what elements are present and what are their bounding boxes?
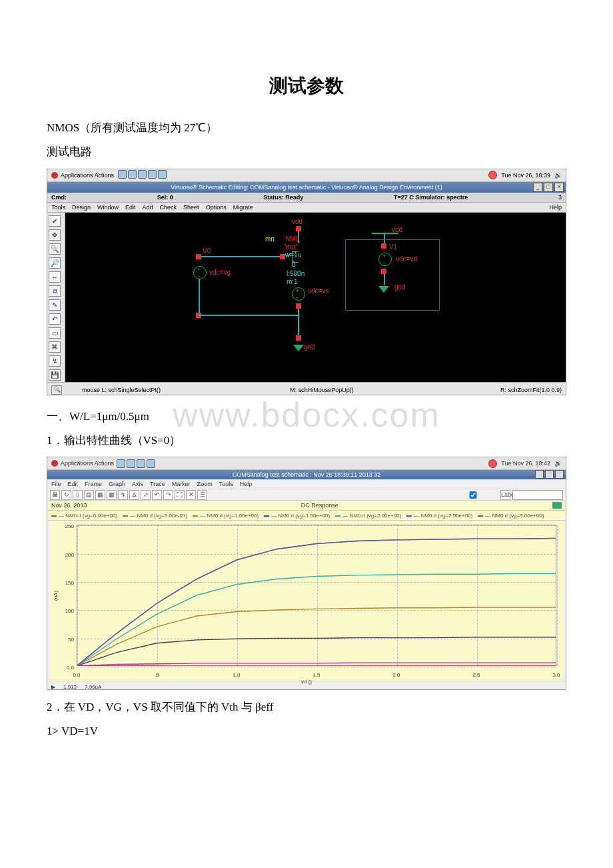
label-text: Label: <box>500 490 510 500</box>
menu-edit[interactable]: Edit <box>68 481 79 487</box>
alert-icon[interactable] <box>488 459 497 468</box>
tb-grid-icon[interactable]: ▦ <box>107 490 117 500</box>
volume-icon[interactable]: 🔊 <box>554 172 562 179</box>
tb-cursor-icon[interactable]: ↯ <box>118 490 128 500</box>
x-tick: 1.5 <box>312 672 320 678</box>
menu-design[interactable]: Design <box>72 204 91 211</box>
tool-stretch-icon[interactable]: ↔ <box>49 271 61 283</box>
line-nmos: NMOS（所有测试温度均为 27℃） <box>47 117 566 139</box>
menu-tools[interactable]: Tools <box>51 204 65 211</box>
tb-strip-icon[interactable]: ☰ <box>197 490 207 500</box>
tool-save-icon[interactable]: 💾 <box>49 369 61 381</box>
pin-vg[interactable] <box>196 254 201 259</box>
legend-item[interactable]: — NM0:d (vg=1.00e+00) <box>193 513 259 519</box>
pin-node[interactable] <box>296 303 301 309</box>
menu-sheet[interactable]: Sheet <box>183 204 199 211</box>
legend-item[interactable]: — NM0:d (vg=2.00e+00) <box>335 513 401 519</box>
legend-item[interactable]: — NM0:d (vg=0.00e+00) <box>51 513 117 519</box>
pin-gate[interactable] <box>280 254 285 259</box>
close-button[interactable]: × <box>554 183 564 192</box>
taskbar-icons[interactable] <box>117 459 155 468</box>
tool-copy-icon[interactable]: ⧉ <box>49 285 61 297</box>
tb-sep-icon[interactable]: ▯ <box>73 490 83 500</box>
tool-move-icon[interactable]: ✥ <box>49 229 61 241</box>
trace[interactable] <box>77 574 556 667</box>
apps-menu[interactable]: Applications Actions <box>61 172 114 179</box>
legend-item[interactable]: — NM0:d (vg=1.50e+00) <box>264 513 330 519</box>
tool-zoomin-icon[interactable]: 🔍 <box>49 243 61 255</box>
plot-date: Nov 26, 2013 <box>51 502 87 509</box>
menu-edit[interactable]: Edit <box>125 204 136 211</box>
menu-frame[interactable]: Frame <box>85 481 102 487</box>
plot-toolbar[interactable]: 🖶 ↻ ▯ ▤ ▦ ▦ ↯ Δ ⤢ ↶ ↷ ⛶ ✕ ☰ Label: <box>47 489 566 501</box>
tool-delete-icon[interactable]: ✎ <box>49 299 61 311</box>
trace[interactable] <box>77 663 556 666</box>
tb-undo-icon[interactable]: ↶ <box>152 490 162 500</box>
tb-delta-icon[interactable]: Δ <box>129 490 139 500</box>
schematic-canvas[interactable]: vdd mn NM0 "mn" w=1u 0 l:500n m:1 vdc=vs <box>65 213 566 382</box>
tool-route-icon[interactable]: ↯ <box>49 355 61 367</box>
plot-menu-bar[interactable]: File Edit Frame Graph Axis Trace Marker … <box>47 479 566 489</box>
min-button[interactable] <box>535 470 544 479</box>
vsource-vg[interactable] <box>193 266 207 279</box>
trace[interactable] <box>77 607 556 666</box>
tb-fit-icon[interactable]: ⛶ <box>175 490 185 500</box>
min-button[interactable]: _ <box>533 183 542 192</box>
tb-split-icon[interactable]: ▤ <box>84 490 94 500</box>
menu-zoom[interactable]: Zoom <box>197 481 213 487</box>
mouse-right: R: schZoomFit(1.0 0.9) <box>415 387 562 393</box>
menu-tools[interactable]: Tools <box>219 481 233 487</box>
tool-prop-icon[interactable]: ▭ <box>49 327 61 339</box>
pin-vdd[interactable] <box>296 226 301 231</box>
menu-bar[interactable]: Tools Design Window Edit Add Check Sheet… <box>47 203 566 213</box>
menu-help[interactable]: Help <box>240 481 253 487</box>
menu-migrate[interactable]: Migrate <box>233 204 253 211</box>
close-button[interactable] <box>555 470 564 479</box>
trace[interactable] <box>77 637 556 666</box>
taskbar-icons[interactable] <box>117 170 167 180</box>
max-button[interactable] <box>545 470 554 479</box>
menu-marker[interactable]: Marker <box>172 481 191 487</box>
tool-check-icon[interactable]: ✔ <box>49 215 61 227</box>
x-tick: 3.0 <box>552 672 560 678</box>
tb-print-icon[interactable]: 🖶 <box>50 490 60 500</box>
menu-graph[interactable]: Graph <box>109 481 125 487</box>
menu-window[interactable]: Window <box>97 204 119 211</box>
tool-palette[interactable]: ✔ ✥ 🔍 🔎 ↔ ⧉ ✎ ↶ ▭ ⌘ ↯ 💾 <box>47 213 65 382</box>
tb-x-icon[interactable]: ✕ <box>186 490 196 500</box>
label-checkbox[interactable] <box>450 491 496 499</box>
trace[interactable] <box>77 539 556 667</box>
tool-zoomout-icon[interactable]: 🔎 <box>49 257 61 269</box>
tool-undo-icon[interactable]: ↶ <box>49 313 61 325</box>
menu-axis[interactable]: Axis <box>132 481 143 487</box>
search-icon[interactable]: 🔍 <box>51 385 62 395</box>
menu-check[interactable]: Check <box>160 204 177 211</box>
legend-item[interactable]: — NM0:d (vg=2.50e+00) <box>406 513 472 519</box>
alert-icon[interactable] <box>488 171 497 179</box>
pin-gnd[interactable] <box>296 335 301 341</box>
vsource-vs[interactable] <box>292 287 305 301</box>
window-titlebar[interactable]: Virtuoso® Schematic Editing: COMSanalog … <box>47 182 566 193</box>
tb-zoom-icon[interactable]: ⤢ <box>141 490 151 500</box>
tool-cmd-icon[interactable]: ⌘ <box>49 341 61 353</box>
menu-help[interactable]: Help <box>549 204 562 211</box>
legend-item[interactable]: — NM0:d (vg=3.00e+00) <box>478 513 544 519</box>
apps-menu[interactable]: Applications Actions <box>61 460 114 467</box>
label-m: m:1 <box>287 278 298 285</box>
plot-area[interactable]: (uA) vd () 0.0501001502002500.0.51.01.52… <box>50 521 563 681</box>
menu-file[interactable]: File <box>51 481 61 487</box>
tb-redo-icon[interactable]: ↷ <box>163 490 173 500</box>
trace[interactable] <box>77 539 556 667</box>
legend-item[interactable]: — NM0:d (vg=5.00e-01) <box>123 513 187 519</box>
color-swatch[interactable] <box>552 502 562 509</box>
volume-icon[interactable]: 🔊 <box>554 460 562 467</box>
tb-combine-icon[interactable]: ▦ <box>95 490 105 500</box>
max-button[interactable]: □ <box>544 183 553 192</box>
menu-add[interactable]: Add <box>143 204 153 211</box>
menu-trace[interactable]: Trace <box>150 481 165 487</box>
label-vdd: vdd <box>292 218 303 225</box>
label-input[interactable] <box>512 490 563 500</box>
tb-reload-icon[interactable]: ↻ <box>61 490 71 500</box>
plot-window-titlebar[interactable]: COMSanalog test schematic : Nov 26 18:39… <box>47 470 566 479</box>
menu-options[interactable]: Options <box>206 204 227 211</box>
